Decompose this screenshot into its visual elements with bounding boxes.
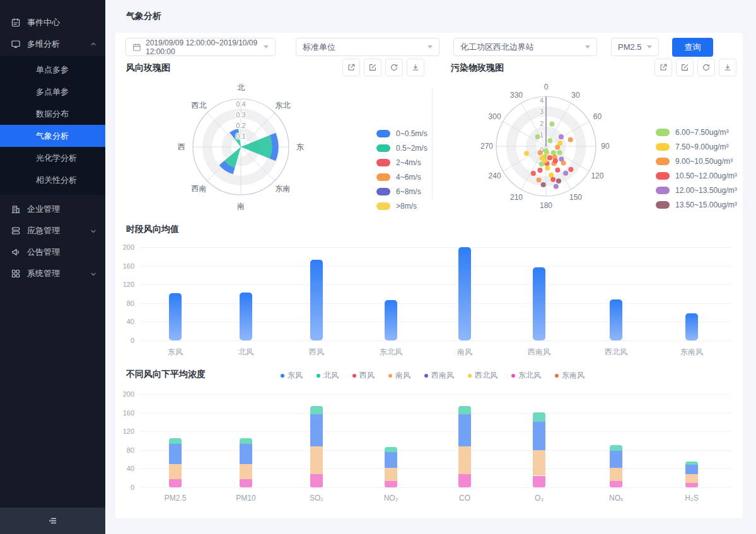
legend-item[interactable]: 10.50~12.00ug/m³ <box>656 171 737 180</box>
edit-button[interactable] <box>676 59 694 76</box>
legend-item-西北风[interactable]: 西北风 <box>468 370 497 381</box>
chevron-down-icon <box>90 271 96 276</box>
stack-chart-legend: 东风北风西风南风西南风西北风东北风东南风 <box>281 370 584 381</box>
legend-item[interactable]: 2~4m/s <box>376 158 427 167</box>
chevron-up-icon <box>90 42 96 47</box>
app-root: 事件中心多维分析单点多参多点单参数据分布气象分析光化学分析相关性分析企业管理应急… <box>0 0 756 534</box>
stack-seg-CO-北风 <box>458 406 471 414</box>
legend-item[interactable]: 4~6m/s <box>376 173 427 182</box>
sidebar-subitem-photochemical[interactable]: 光化学分析 <box>0 147 105 169</box>
stack-seg-O₃-南风 <box>533 450 545 476</box>
y-axis-tick: 80 <box>115 299 134 307</box>
doc-icon <box>11 18 21 28</box>
legend-dot <box>281 374 284 378</box>
svg-text:330: 330 <box>510 91 523 100</box>
legend-item[interactable]: 6~8m/s <box>376 187 427 196</box>
date-range-picker[interactable]: 2019/09/09 12:00:00~2019/10/09 12:00:00 <box>125 38 276 56</box>
sidebar-item-emergency[interactable]: 应急管理 <box>0 220 105 241</box>
stack-seg-PM2.5-南风 <box>169 464 182 479</box>
chevron-down-icon <box>647 45 652 51</box>
stack-seg-NO₂-东风 <box>385 452 397 468</box>
pollutant-rose-legend: 6.00~7.50ug/m³7.50~9.00ug/m³9.00~10.50ug… <box>656 128 737 209</box>
sidebar-subitem-data-distribution[interactable]: 数据分布 <box>0 103 105 125</box>
sidebar-item-multi-analysis[interactable]: 多维分析 <box>0 33 105 55</box>
sidebar-item-system[interactable]: 系统管理 <box>0 263 105 284</box>
open-external-button[interactable] <box>342 59 360 76</box>
bar-西风 <box>310 260 323 340</box>
legend-dot <box>468 374 472 378</box>
legend-dot <box>511 374 515 378</box>
stack-seg-PM2.5-北风 <box>169 438 182 444</box>
sidebar-subitem-multi-point-single[interactable]: 多点单参 <box>0 81 105 103</box>
svg-text:0: 0 <box>544 83 549 91</box>
stack-seg-SO₂-东风 <box>310 414 323 446</box>
legend-item-西风[interactable]: 西风 <box>352 370 375 381</box>
legend-item-西南风[interactable]: 西南风 <box>424 370 454 381</box>
stack-seg-H₂S-东风 <box>685 465 698 473</box>
legend-swatch <box>656 201 670 209</box>
y-axis-tick: 40 <box>115 318 134 325</box>
svg-text:1: 1 <box>540 131 544 139</box>
y-axis-tick: 80 <box>115 446 134 454</box>
gridline <box>140 468 731 469</box>
edit-button[interactable] <box>364 59 381 76</box>
collapse-sidebar-icon <box>48 516 58 526</box>
legend-item[interactable]: 13.50~15.00ug/m³ <box>656 200 737 209</box>
stack-seg-NO₂-东北风 <box>385 481 397 487</box>
svg-text:0.4: 0.4 <box>236 100 245 108</box>
sidebar-subitem-single-point-multi[interactable]: 单点多参 <box>0 59 105 81</box>
legend-item[interactable]: 12.00~13.50ug/m³ <box>656 186 737 195</box>
legend-item-北风[interactable]: 北风 <box>317 370 339 381</box>
sidebar-collapse-button[interactable] <box>0 508 105 534</box>
bar-chart-title: 时段风向均值 <box>126 224 179 235</box>
stack-seg-NOₓ-东风 <box>610 451 622 468</box>
bar-南风 <box>458 247 471 340</box>
legend-swatch <box>376 144 390 152</box>
svg-text:120: 120 <box>591 171 603 180</box>
legend-item-东风[interactable]: 东风 <box>281 370 303 381</box>
legend-item-东北风[interactable]: 东北风 <box>511 370 541 381</box>
svg-text:西北: 西北 <box>192 101 207 110</box>
station-select[interactable]: 化工功区西北边界站 <box>453 38 597 56</box>
gridline <box>140 450 731 451</box>
legend-item-东南风[interactable]: 东南风 <box>555 370 584 381</box>
legend-item[interactable]: 9.00~10.50ug/m³ <box>656 157 737 166</box>
building-icon <box>11 204 21 214</box>
refresh-button[interactable] <box>697 59 715 76</box>
sidebar-subitem-weather-analysis[interactable]: 气象分析 <box>0 125 105 147</box>
svg-text:0.1: 0.1 <box>236 132 245 140</box>
svg-text:3: 3 <box>540 108 544 115</box>
stack-seg-O₃-东北风 <box>533 476 545 488</box>
unit-select[interactable]: 标准单位 <box>296 38 439 56</box>
avg-concentration-section: 不同风向下平均浓度 东风北风西风南风西南风西北风东北风东南风 040801201… <box>115 368 743 513</box>
stack-seg-H₂S-南风 <box>685 474 698 484</box>
legend-item-南风[interactable]: 南风 <box>388 370 410 381</box>
refresh-icon <box>702 63 711 72</box>
rose-charts-section: 风向玫瑰图 污染物玫瑰图 北东北东东南南西南西西北0.40.30.20.1030… <box>115 57 743 222</box>
legend-swatch <box>656 143 670 151</box>
y-axis-tick: 120 <box>115 427 134 435</box>
legend-item[interactable]: 7.50~9.00ug/m³ <box>656 142 737 151</box>
legend-dot <box>555 374 559 378</box>
open-external-icon <box>659 63 668 72</box>
y-axis-tick: 160 <box>115 409 134 417</box>
legend-item[interactable]: >8m/s <box>376 202 427 211</box>
legend-swatch <box>376 173 390 181</box>
query-button[interactable]: 查询 <box>672 38 713 57</box>
y-axis-tick: 0 <box>115 337 134 344</box>
legend-item[interactable]: 0.5~2m/s <box>376 144 427 153</box>
sidebar-item-event-center[interactable]: 事件中心 <box>0 12 105 33</box>
x-axis-label: O₃ <box>535 494 544 502</box>
legend-item[interactable]: 0~0.5m/s <box>376 129 427 138</box>
legend-item[interactable]: 6.00~7.50ug/m³ <box>656 128 737 137</box>
sidebar-subitem-correlation[interactable]: 相关性分析 <box>0 169 105 191</box>
open-external-button[interactable] <box>654 59 672 76</box>
sidebar-item-announcement[interactable]: 公告管理 <box>0 241 105 263</box>
download-button[interactable] <box>407 59 424 76</box>
date-range-value: 2019/09/09 12:00:00~2019/10/09 12:00:00 <box>146 38 259 56</box>
download-button[interactable] <box>719 59 736 76</box>
refresh-button[interactable] <box>385 59 403 76</box>
sidebar-item-enterprise[interactable]: 企业管理 <box>0 199 105 220</box>
pollutant-select[interactable]: PM2.5 <box>611 38 659 56</box>
svg-text:4: 4 <box>540 96 544 104</box>
